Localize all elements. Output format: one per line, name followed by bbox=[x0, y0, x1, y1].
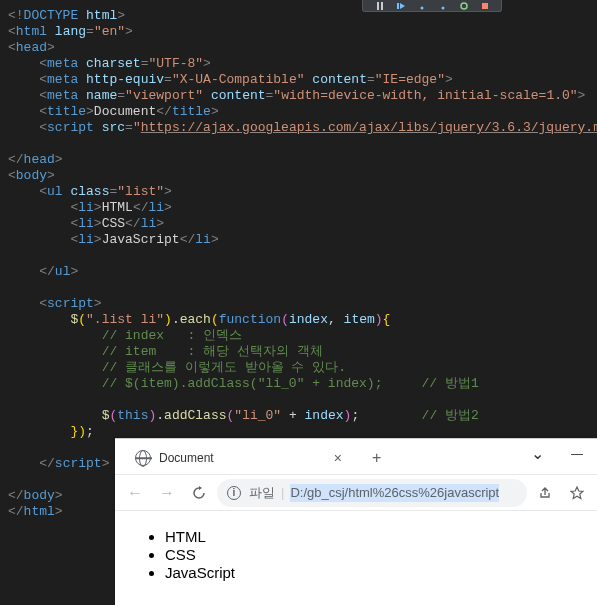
code-line[interactable]: <head> bbox=[8, 40, 597, 56]
code-line[interactable]: // item : 해당 선택자의 객체 bbox=[8, 344, 597, 360]
code-line[interactable] bbox=[8, 136, 597, 152]
share-icon[interactable] bbox=[531, 479, 559, 507]
window-minimize-icon[interactable]: ⌄ bbox=[517, 439, 557, 469]
pause-icon[interactable] bbox=[374, 2, 386, 10]
code-line[interactable]: <title>Document</title> bbox=[8, 104, 597, 120]
code-line[interactable] bbox=[8, 248, 597, 264]
step-over-icon[interactable] bbox=[416, 2, 428, 10]
page-content: HTMLCSSJavaScript bbox=[115, 511, 597, 599]
code-line[interactable]: <li>CSS</li> bbox=[8, 216, 597, 232]
code-line[interactable]: // index : 인덱스 bbox=[8, 328, 597, 344]
code-line[interactable]: <meta name="viewport" content="width=dev… bbox=[8, 88, 597, 104]
svg-rect-7 bbox=[482, 3, 488, 9]
step-into-icon[interactable] bbox=[437, 2, 449, 10]
code-line[interactable]: <body> bbox=[8, 168, 597, 184]
tab-title: Document bbox=[159, 450, 214, 466]
code-line[interactable]: <ul class="list"> bbox=[8, 184, 597, 200]
svg-rect-2 bbox=[397, 3, 399, 9]
list-item: CSS bbox=[165, 547, 577, 563]
code-line[interactable]: $(".list li").each(function(index, item)… bbox=[8, 312, 597, 328]
back-button[interactable]: ← bbox=[121, 479, 149, 507]
svg-rect-1 bbox=[381, 2, 383, 10]
code-line[interactable]: <meta charset="UTF-8"> bbox=[8, 56, 597, 72]
code-line[interactable]: <script src="https://ajax.googleapis.com… bbox=[8, 120, 597, 136]
new-tab-button[interactable]: + bbox=[372, 450, 381, 466]
bookmark-star-icon[interactable] bbox=[563, 479, 591, 507]
window-maximize-icon[interactable]: — bbox=[557, 439, 597, 469]
code-line[interactable]: $(this).addClass("li_0" + index); // 방법2 bbox=[8, 408, 597, 424]
code-line[interactable]: <li>JavaScript</li> bbox=[8, 232, 597, 248]
code-line[interactable] bbox=[8, 280, 597, 296]
code-line[interactable]: // $(item).addClass("li_0" + index); // … bbox=[8, 376, 597, 392]
list-item: JavaScript bbox=[165, 565, 577, 581]
url-separator: | bbox=[281, 485, 284, 501]
browser-window: Document × + ⌄ — ← → i 파일 | D:/gb_csj/ht… bbox=[115, 438, 597, 605]
svg-point-5 bbox=[441, 6, 444, 9]
code-line[interactable]: // 클래스를 이렇게도 받아올 수 있다. bbox=[8, 360, 597, 376]
code-line[interactable]: </ul> bbox=[8, 264, 597, 280]
url-box[interactable]: i 파일 | D:/gb_csj/html%26css%26javascript bbox=[217, 479, 527, 507]
forward-button[interactable]: → bbox=[153, 479, 181, 507]
globe-icon bbox=[135, 450, 151, 466]
svg-marker-9 bbox=[571, 487, 583, 499]
debug-toolbar bbox=[362, 0, 502, 12]
list-item: HTML bbox=[165, 529, 577, 545]
code-line[interactable]: <script> bbox=[8, 296, 597, 312]
svg-point-6 bbox=[461, 3, 467, 9]
code-line[interactable] bbox=[8, 392, 597, 408]
browser-titlebar: Document × + ⌄ — bbox=[115, 439, 597, 475]
svg-point-4 bbox=[420, 6, 423, 9]
url-label: 파일 bbox=[249, 485, 275, 501]
address-bar: ← → i 파일 | D:/gb_csj/html%26css%26javasc… bbox=[115, 475, 597, 511]
svg-rect-0 bbox=[377, 2, 379, 10]
reload-button[interactable] bbox=[185, 479, 213, 507]
browser-tab[interactable]: Document × bbox=[123, 442, 354, 474]
continue-icon[interactable] bbox=[395, 2, 407, 10]
code-line[interactable]: <html lang="en"> bbox=[8, 24, 597, 40]
window-controls: ⌄ — bbox=[517, 439, 597, 469]
url-path: D:/gb_csj/html%26css%26javascript bbox=[290, 484, 499, 502]
code-line[interactable]: <li>HTML</li> bbox=[8, 200, 597, 216]
stop-icon[interactable] bbox=[479, 2, 491, 10]
info-icon[interactable]: i bbox=[227, 486, 241, 500]
code-line[interactable]: <meta http-equiv="X-UA-Compatible" conte… bbox=[8, 72, 597, 88]
restart-icon[interactable] bbox=[458, 2, 470, 10]
code-line[interactable]: <!DOCTYPE html> bbox=[8, 8, 597, 24]
svg-marker-8 bbox=[199, 486, 202, 490]
list: HTMLCSSJavaScript bbox=[135, 529, 577, 581]
svg-marker-3 bbox=[400, 3, 405, 9]
tab-close-icon[interactable]: × bbox=[334, 450, 342, 466]
code-line[interactable]: </head> bbox=[8, 152, 597, 168]
